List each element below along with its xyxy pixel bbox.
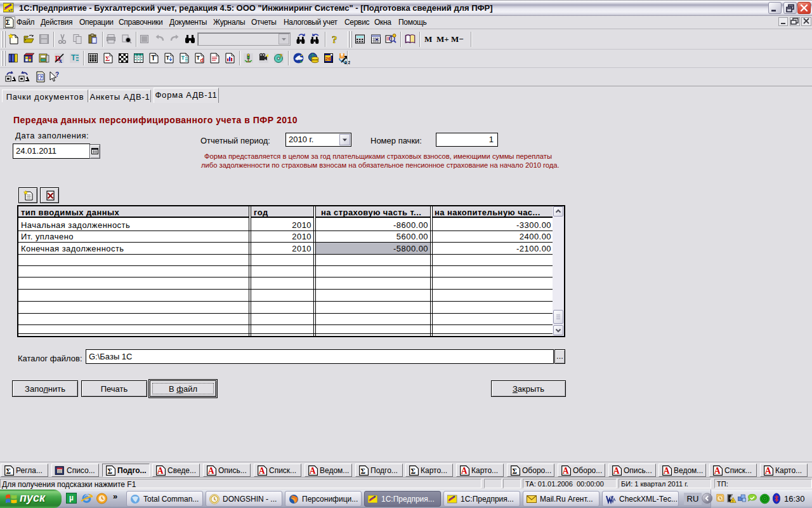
svg-text:!: ! (732, 499, 733, 503)
svg-text:T: T (166, 55, 170, 61)
svg-text:?: ? (39, 74, 43, 81)
svg-text:T: T (71, 53, 76, 62)
svg-text:26: 26 (325, 56, 331, 62)
svg-text:?: ? (279, 53, 283, 59)
svg-text:v7: v7 (8, 8, 13, 12)
svg-text:Σ: Σ (6, 18, 10, 26)
svg-text:?: ? (332, 34, 337, 45)
svg-text:T: T (152, 55, 155, 62)
svg-text:?: ? (55, 71, 59, 78)
svg-text:Σ: Σ (105, 55, 110, 62)
svg-text:d: d (200, 57, 204, 64)
svg-text:T: T (181, 55, 185, 61)
